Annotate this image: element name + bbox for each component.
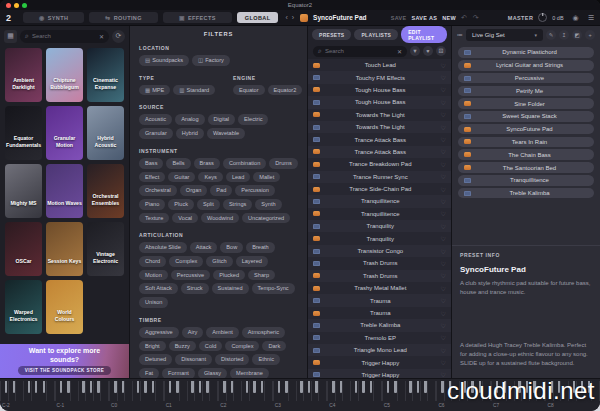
black-key[interactable] [362,381,364,393]
filter-chip[interactable]: Attack [190,242,218,253]
filter-chip[interactable]: Aggressive [139,327,179,338]
black-key[interactable] [417,381,419,393]
filter-chip[interactable]: Complex [225,341,259,352]
favorite-heart-icon[interactable]: ♡ [441,310,446,317]
filter-chip[interactable]: Bass [139,158,163,169]
playlist-item[interactable]: Tears In Rain [458,137,594,148]
filter-chip[interactable]: Sustained [212,283,249,294]
filter-chip[interactable]: Dissonant [175,354,212,365]
preset-row[interactable]: Tranquillitence ♡ [308,195,451,207]
add-playlist-icon[interactable]: + [585,30,595,40]
playlist-item[interactable]: Tranquillitence [458,175,594,186]
preset-row[interactable]: Tremolo EP ♡ [308,332,451,344]
filter-chip[interactable]: Fat [139,368,159,378]
favorite-heart-icon[interactable]: ♡ [441,223,446,230]
black-key[interactable] [441,381,443,393]
filter-chip[interactable]: Combination [223,158,266,169]
duplicate-icon[interactable]: ◩ [572,30,582,40]
soundpack-thumbnail[interactable]: Mighty MS [5,164,42,218]
heart-icon[interactable]: ♥ [423,46,433,56]
preset-row[interactable]: Tough House Bass ♡ [308,84,451,96]
filter-chip[interactable]: ◫ Factory [192,55,230,66]
filter-chip[interactable]: Sharp [248,270,275,281]
preset-row[interactable]: Trance Runner Sync ♡ [308,171,451,183]
black-key[interactable] [424,381,426,393]
favorite-heart-icon[interactable]: ♡ [441,173,446,180]
filter-chip[interactable]: Glassy [198,368,227,378]
preset-search[interactable]: ⌕ ✕ [313,46,407,57]
filter-chip[interactable]: Airy [182,327,204,338]
preset-row[interactable]: Trance Attack Bass ♡ [308,146,451,158]
preset-row[interactable]: Tranquility ♡ [308,220,451,232]
black-key[interactable] [82,381,84,393]
favorite-heart-icon[interactable]: ♡ [441,74,446,81]
filter-chip[interactable]: Formant [162,368,195,378]
filter-chip[interactable]: Bright [139,341,166,352]
favorite-heart-icon[interactable]: ♡ [441,198,446,205]
filter-chip[interactable]: Distorted [215,354,249,365]
favorite-heart-icon[interactable]: ♡ [441,186,446,193]
keyboard-octave[interactable]: C4 [327,381,382,401]
black-key[interactable] [191,381,193,393]
visit-store-button[interactable]: VISIT THE SOUNDPACK STORE [18,366,112,375]
filter-chip[interactable]: Bow [220,242,243,253]
current-preset-name[interactable]: SyncoFuture Pad [313,14,366,21]
black-key[interactable] [176,381,178,393]
preset-row[interactable]: Trash Drums ♡ [308,257,451,269]
black-key[interactable] [370,381,372,393]
soundpack-thumbnail[interactable]: Warped Electronics [5,280,42,334]
soundpack-search[interactable]: ⌕ ✕ [20,30,109,43]
playlist-item[interactable]: Petrify Me [458,86,594,97]
preset-row[interactable]: Transistor Congo ♡ [308,245,451,257]
soundpack-thumbnail[interactable]: Hybrid Acoustic [87,106,124,160]
keyboard-octave[interactable]: C2 [218,381,273,401]
favorite-heart-icon[interactable]: ♡ [441,148,446,155]
filter-chip[interactable]: Synth [255,199,281,210]
filter-chip[interactable]: Complex [169,256,203,267]
filter-chip[interactable]: Buzzy [169,341,196,352]
black-key[interactable] [300,381,302,393]
favorite-heart-icon[interactable]: ♡ [441,347,446,354]
black-key[interactable] [90,381,92,393]
global-tab-button[interactable]: GLOBAL [237,12,279,23]
favorite-heart-icon[interactable]: ♡ [441,359,446,366]
black-key[interactable] [253,381,255,393]
filter-chip[interactable]: Pluck [168,199,194,210]
filter-chip[interactable]: Granular [139,128,173,139]
preset-row[interactable]: Trance Attack Bass ♡ [308,133,451,145]
filter-chip[interactable]: Breath [246,242,274,253]
preset-prev-next-buttons[interactable]: ‹ › [285,14,295,21]
favorite-heart-icon[interactable]: ♡ [441,248,446,255]
filter-chip[interactable]: Mallet [253,172,280,183]
filter-chip[interactable]: Brass [194,158,220,169]
soundpack-thumbnail[interactable]: Vintage Electronic [87,222,124,276]
filter-chip[interactable]: Bells [166,158,190,169]
playlist-item[interactable]: The Santoorian Bed [458,162,594,173]
preset-row[interactable]: Trance Side-Chain Pad ♡ [308,183,451,195]
filter-chip[interactable]: Equator [233,85,265,96]
filter-chip[interactable]: Split [197,199,220,210]
preset-row[interactable]: Trance Breakdown Pad ♡ [308,158,451,170]
black-key[interactable] [315,381,317,393]
black-key[interactable] [97,381,99,393]
filter-chip[interactable]: Dark [262,341,286,352]
black-key[interactable] [35,381,37,393]
save-button[interactable]: SAVE [391,15,407,21]
soundpack-thumbnail[interactable]: Motion Waves [46,164,83,218]
menu-icon[interactable]: ☰ [588,14,594,22]
black-key[interactable] [60,381,62,393]
favorite-heart-icon[interactable]: ♡ [441,62,446,69]
preset-row[interactable]: Triangle Mono Lead ♡ [308,344,451,356]
filter-chip[interactable]: Motion [139,270,168,281]
filter-chip[interactable]: Vocal [172,213,198,224]
favorite-heart-icon[interactable]: ♡ [441,260,446,267]
favorite-heart-icon[interactable]: ♡ [441,136,446,143]
playlist-item[interactable]: Treble Kalimba [458,188,594,199]
filter-chip[interactable]: Layered [236,256,268,267]
tab-playlists[interactable]: PLAYLISTS [354,29,398,40]
keyboard-octave[interactable]: C5 [382,381,437,401]
filter-chip[interactable]: Drums [269,158,297,169]
master-volume-knob[interactable] [538,13,547,22]
black-key[interactable] [28,381,30,393]
routing-tab-button[interactable]: ⇆ ROUTING [89,12,158,23]
